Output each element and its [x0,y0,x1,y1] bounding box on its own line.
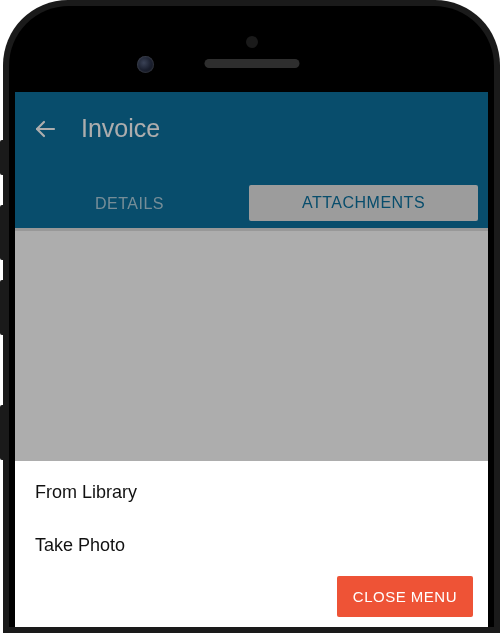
sheet-item-from-library[interactable]: From Library [15,466,488,519]
sheet-item-label: Take Photo [35,535,125,555]
front-camera [137,56,154,73]
sheet-item-label: From Library [35,482,137,502]
screen: Invoice DETAILS ATTACHMENTS [15,92,488,627]
sheet-item-take-photo[interactable]: Take Photo [15,519,488,572]
close-menu-label: CLOSE MENU [353,588,457,605]
app-root: Invoice DETAILS ATTACHMENTS [15,92,488,627]
action-sheet: From Library Take Photo CLOSE MENU [15,461,488,627]
phone-body: Invoice DETAILS ATTACHMENTS [9,6,494,627]
close-menu-button[interactable]: CLOSE MENU [337,576,473,617]
earpiece-speaker [204,59,299,68]
phone-top-bezel [9,6,494,92]
proximity-sensor [246,36,258,48]
phone-frame: Invoice DETAILS ATTACHMENTS [3,0,500,633]
